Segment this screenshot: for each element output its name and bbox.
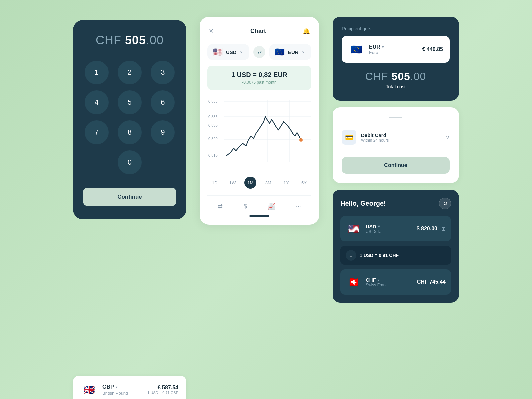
time-1y-button[interactable]: 1Y xyxy=(280,177,292,189)
recipient-amount: € 449.85 xyxy=(422,46,443,52)
y-label-1: 0.855 xyxy=(208,99,218,103)
numpad-key-1[interactable]: 1 xyxy=(85,61,109,84)
y-label-4: 0.820 xyxy=(208,137,218,141)
recipient-label: Recipient gets xyxy=(342,26,450,31)
eur-dropdown-icon: ∨ xyxy=(302,50,304,54)
left-bottom-panels: 🇬🇧 GBP ∨ British Pound £ 587.54 1 USD = … xyxy=(73,376,186,399)
refresh-button[interactable]: ↻ xyxy=(439,198,451,209)
total-amount-display: CHF 505.00 xyxy=(342,70,450,83)
chart-nav-transfer-button[interactable]: ⇄ xyxy=(215,200,225,213)
usd-hello-name[interactable]: USD ∨ xyxy=(366,224,413,229)
total-label: Total cost xyxy=(342,84,450,89)
numpad-key-7[interactable]: 7 xyxy=(85,120,109,144)
hello-header: Hello, George! ↻ xyxy=(340,198,451,209)
debit-card-sub: Within 24 hours xyxy=(361,138,441,143)
rate-display-box: 1 USD = 0,82 EUR -0.0075 past month xyxy=(207,66,311,90)
gbp-currency-card: 🇬🇧 GBP ∨ British Pound £ 587.54 1 USD = … xyxy=(73,376,186,399)
payment-card: 💳 Debit Card Within 24 hours ∨ Continue xyxy=(332,107,459,183)
numpad-amount-decimal: .00 xyxy=(146,33,164,47)
gbp-amount-col: £ 587.54 1 USD = 0.71 GBP xyxy=(147,385,178,395)
usd-dropdown-icon: ∨ xyxy=(240,50,242,54)
numpad-panel: CHF 505.00 1 2 3 4 5 6 7 8 9 0 Continue xyxy=(73,20,186,219)
eur-recipient-name[interactable]: EUR ∨ xyxy=(369,44,418,50)
numpad-key-6[interactable]: 6 xyxy=(151,90,175,114)
debit-card-info: Debit Card Within 24 hours xyxy=(361,132,441,143)
numpad-grid: 1 2 3 4 5 6 7 8 9 0 xyxy=(83,61,176,174)
chart-svg: 0.855 0.835 0.830 0.820 0.810 xyxy=(207,97,311,170)
usd-hello-flag: 🇺🇸 xyxy=(346,221,362,237)
time-1w-button[interactable]: 1W xyxy=(227,177,239,189)
total-decimal: .00 xyxy=(410,70,426,82)
numpad-amount-main: 505 xyxy=(125,33,146,47)
usd-selector[interactable]: 🇺🇸 USD ∨ xyxy=(207,44,249,60)
chart-nav-trend-button[interactable]: 📈 xyxy=(265,200,278,213)
gbp-info: GBP ∨ British Pound xyxy=(102,384,142,396)
exchange-arrows-button[interactable]: ↕ xyxy=(346,250,356,261)
chart-panel: ✕ Chart 🔔 🇺🇸 USD ∨ ⇄ 🇪🇺 EUR ∨ 1 USD = 0,… xyxy=(200,17,319,225)
chf-hello-sub: Swiss Franc xyxy=(366,283,413,287)
chf-hello-flag: 🇨🇭 xyxy=(346,274,362,290)
rate-main-text: 1 USD = 0,82 EUR xyxy=(213,71,306,79)
hello-title: Hello, George! xyxy=(340,200,386,207)
usd-chevron-icon: ∨ xyxy=(378,225,380,228)
usd-flag-icon: 🇺🇸 xyxy=(213,47,223,57)
payment-continue-button[interactable]: Continue xyxy=(342,157,450,174)
payment-method-row[interactable]: 💳 Debit Card Within 24 hours ∨ xyxy=(342,125,450,150)
numpad-continue-button[interactable]: Continue xyxy=(83,188,176,206)
hello-panel: Hello, George! ↻ 🇺🇸 USD ∨ US Dollar $ 82… xyxy=(332,190,459,303)
eur-recipient-flag: 🇪🇺 xyxy=(348,41,364,57)
payment-chevron-icon: ∨ xyxy=(446,134,450,141)
usd-selector-name: USD xyxy=(226,49,237,55)
debit-card-name: Debit Card xyxy=(361,132,441,138)
gbp-amount: £ 587.54 xyxy=(147,385,178,391)
chart-bell-button[interactable]: 🔔 xyxy=(301,26,311,36)
eur-recipient-info: EUR ∨ Euro xyxy=(369,44,418,55)
numpad-key-2[interactable]: 2 xyxy=(118,61,142,84)
recipient-panel: Recipient gets 🇪🇺 EUR ∨ Euro € 449.85 CH… xyxy=(332,17,459,101)
numpad-amount-prefix: CHF xyxy=(96,33,125,47)
usd-hello-card: 🇺🇸 USD ∨ US Dollar $ 820.00 ⊞ xyxy=(340,216,451,241)
chart-nav-dollar-button[interactable]: $ xyxy=(241,200,250,213)
chf-hello-info: CHF ∨ Swiss Franc xyxy=(366,277,413,287)
numpad-key-9[interactable]: 9 xyxy=(151,120,175,144)
time-5y-button[interactable]: 5Y xyxy=(298,177,310,189)
chart-header: ✕ Chart 🔔 xyxy=(207,26,311,36)
chart-close-button[interactable]: ✕ xyxy=(207,26,215,36)
time-1m-button[interactable]: 1M xyxy=(244,177,256,189)
time-3m-button[interactable]: 3M xyxy=(262,177,274,189)
eur-recipient-chevron-icon: ∨ xyxy=(382,45,384,49)
total-cost-area: CHF 505.00 Total cost xyxy=(342,70,450,89)
chf-hello-chevron-icon: ∨ xyxy=(377,278,380,282)
total-prefix: CHF xyxy=(365,70,392,82)
numpad-key-5[interactable]: 5 xyxy=(118,90,142,114)
gbp-name[interactable]: GBP ∨ xyxy=(102,384,142,390)
exchange-rate-row: ↕ 1 USD = 0,91 CHF xyxy=(340,246,451,265)
gbp-chevron-icon: ∨ xyxy=(115,385,118,389)
chf-hello-name[interactable]: CHF ∨ xyxy=(366,277,413,283)
eur-flag-icon: 🇪🇺 xyxy=(275,47,285,57)
right-panels: Recipient gets 🇪🇺 EUR ∨ Euro € 449.85 CH… xyxy=(332,17,459,303)
swap-currencies-button[interactable]: ⇄ xyxy=(253,46,265,58)
chart-graph-container: 0.855 0.835 0.830 0.820 0.810 xyxy=(207,97,311,171)
recipient-currency-card: 🇪🇺 EUR ∨ Euro € 449.85 xyxy=(342,36,450,63)
numpad-key-4[interactable]: 4 xyxy=(85,90,109,114)
chart-end-dot xyxy=(299,138,303,142)
eur-selector[interactable]: 🇪🇺 EUR ∨ xyxy=(269,44,311,60)
time-1d-button[interactable]: 1D xyxy=(209,177,221,189)
debit-card-icon: 💳 xyxy=(342,130,356,145)
payment-scroll-bar xyxy=(389,117,402,118)
rate-sub-text: -0.0075 past month xyxy=(213,80,306,85)
usd-hello-amount: $ 820.00 xyxy=(417,226,437,232)
numpad-key-0[interactable]: 0 xyxy=(118,150,142,174)
usd-hello-info: USD ∨ US Dollar xyxy=(366,224,413,234)
usd-hello-sub: US Dollar xyxy=(366,229,413,234)
eur-selector-name: EUR xyxy=(288,49,299,55)
currency-selector-row: 🇺🇸 USD ∨ ⇄ 🇪🇺 EUR ∨ xyxy=(207,44,311,60)
chart-nav-more-button[interactable]: ··· xyxy=(293,200,304,213)
gbp-flag: 🇬🇧 xyxy=(81,382,97,398)
numpad-key-8[interactable]: 8 xyxy=(118,120,142,144)
numpad-key-3[interactable]: 3 xyxy=(151,61,175,84)
chart-scroll-indicator xyxy=(249,215,269,217)
time-selector: 1D 1W 1M 3M 1Y 5Y xyxy=(207,177,311,189)
numpad-amount-display: CHF 505.00 xyxy=(96,33,164,47)
